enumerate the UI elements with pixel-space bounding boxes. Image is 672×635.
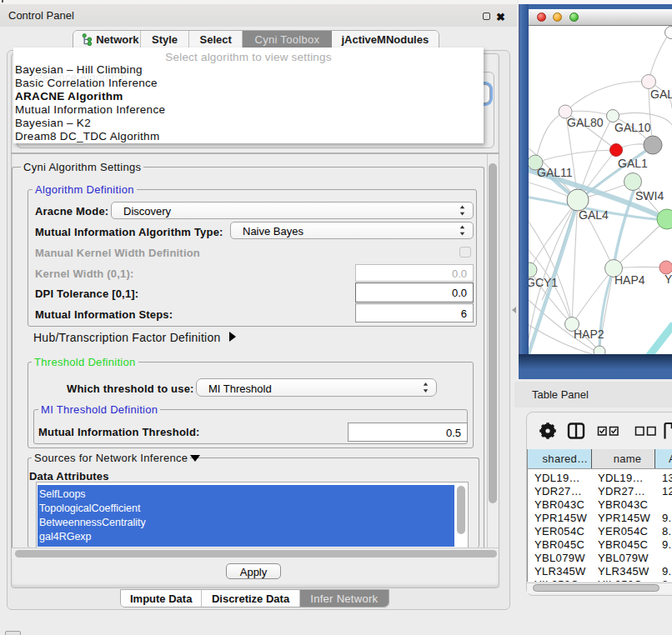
svg-text:GCY1: GCY1 (529, 276, 558, 289)
svg-text:GAL80: GAL80 (567, 116, 604, 129)
svg-text:HAP2: HAP2 (574, 328, 604, 341)
svg-text:GAL7: GAL7 (650, 88, 672, 101)
svg-text:GAL4: GAL4 (579, 208, 609, 222)
svg-text:GAL1: GAL1 (618, 157, 648, 170)
svg-text:SWI4: SWI4 (635, 189, 664, 202)
svg-text:GAL11: GAL11 (537, 166, 573, 179)
svg-text:GAL10: GAL10 (614, 121, 651, 134)
svg-text:YJ: YJ (664, 272, 672, 286)
svg-text:HAP4: HAP4 (614, 273, 645, 287)
